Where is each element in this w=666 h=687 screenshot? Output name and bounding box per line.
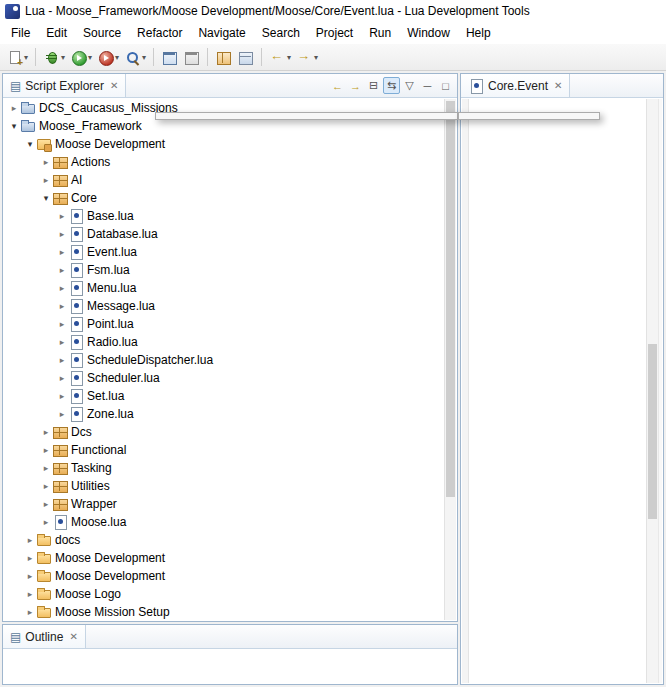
menu-refactor[interactable]: Refactor — [129, 23, 190, 43]
collapsed-arrow-icon[interactable]: ▸ — [8, 103, 20, 113]
collapsed-arrow-icon[interactable]: ▸ — [40, 517, 52, 527]
debug-button[interactable]: ▾ — [41, 46, 67, 68]
tree-item-database-lua[interactable]: ▸Database.lua — [4, 225, 444, 243]
editor-vertical-scrollbar[interactable] — [646, 99, 658, 683]
tree-item-fsm-lua[interactable]: ▸Fsm.lua — [4, 261, 444, 279]
editor-window-button[interactable] — [181, 46, 202, 68]
forward-button[interactable]: → — [347, 77, 364, 94]
tree-item-scheduler-lua[interactable]: ▸Scheduler.lua — [4, 369, 444, 387]
tab-outline[interactable]: ▤ Outline ✕ — [3, 625, 86, 648]
maximize-button[interactable]: □ — [437, 77, 454, 94]
dropdown-caret-icon[interactable]: ▾ — [142, 53, 146, 62]
menu-search[interactable]: Search — [254, 23, 308, 43]
open-perspective-button[interactable] — [159, 46, 180, 68]
collapsed-arrow-icon[interactable]: ▸ — [56, 211, 68, 221]
collapsed-arrow-icon[interactable]: ▸ — [40, 463, 52, 473]
menu-run[interactable]: Run — [361, 23, 399, 43]
tree-item-docs[interactable]: ▸docs — [4, 531, 444, 549]
tree-item-ai[interactable]: ▸AI — [4, 171, 444, 189]
run-button[interactable]: ▾ — [68, 46, 94, 68]
annotation-ruler[interactable] — [462, 99, 469, 683]
collapse-all-button[interactable]: ⊟ — [365, 77, 382, 94]
tree-item-moose-development[interactable]: ▸Moose Development — [4, 567, 444, 585]
collapsed-arrow-icon[interactable]: ▸ — [56, 301, 68, 311]
menu-window[interactable]: Window — [399, 23, 458, 43]
tree-item-core[interactable]: ▾Core — [4, 189, 444, 207]
tree-item-actions[interactable]: ▸Actions — [4, 153, 444, 171]
tree-item-tasking[interactable]: ▸Tasking — [4, 459, 444, 477]
close-icon[interactable]: ✕ — [69, 631, 77, 642]
forward-button[interactable]: ▾ — [294, 46, 320, 68]
tree-item-menu-lua[interactable]: ▸Menu.lua — [4, 279, 444, 297]
new-wizard-button[interactable]: ▾ — [4, 46, 30, 68]
tree-item-moose-logo[interactable]: ▸Moose Logo — [4, 585, 444, 603]
dropdown-caret-icon[interactable]: ▾ — [314, 53, 318, 62]
menu-project[interactable]: Project — [308, 23, 361, 43]
menu-source[interactable]: Source — [75, 23, 129, 43]
tree-item-moose-lua[interactable]: ▸Moose.lua — [4, 513, 444, 531]
minimize-button[interactable]: ─ — [419, 77, 436, 94]
collapsed-arrow-icon[interactable]: ▸ — [56, 373, 68, 383]
collapsed-arrow-icon[interactable]: ▸ — [40, 175, 52, 185]
close-icon[interactable]: ✕ — [554, 80, 562, 91]
link-with-editor-button[interactable]: ⇆ — [383, 77, 400, 94]
tree-item-dcs[interactable]: ▸Dcs — [4, 423, 444, 441]
tree-item-point-lua[interactable]: ▸Point.lua — [4, 315, 444, 333]
menu-help[interactable]: Help — [458, 23, 499, 43]
collapsed-arrow-icon[interactable]: ▸ — [24, 571, 36, 581]
dropdown-caret-icon[interactable]: ▾ — [61, 53, 65, 62]
collapsed-arrow-icon[interactable]: ▸ — [56, 247, 68, 257]
expanded-arrow-icon[interactable]: ▾ — [24, 139, 36, 149]
scrollbar-thumb[interactable] — [648, 344, 657, 519]
collapsed-arrow-icon[interactable]: ▸ — [56, 319, 68, 329]
menu-navigate[interactable]: Navigate — [190, 23, 253, 43]
collapsed-arrow-icon[interactable]: ▸ — [24, 589, 36, 599]
tree-item-moose-mission-setup[interactable]: ▸Moose Mission Setup — [4, 603, 444, 620]
collapsed-arrow-icon[interactable]: ▸ — [56, 229, 68, 239]
external-tools-button[interactable]: ▾ — [95, 46, 121, 68]
tree-item-base-lua[interactable]: ▸Base.lua — [4, 207, 444, 225]
collapsed-arrow-icon[interactable]: ▸ — [40, 427, 52, 437]
tab-core-event[interactable]: Core.Event ✕ — [461, 74, 570, 97]
collapsed-arrow-icon[interactable]: ▸ — [24, 553, 36, 563]
dropdown-caret-icon[interactable]: ▾ — [287, 53, 291, 62]
menu-file[interactable]: File — [3, 23, 38, 43]
tree-item-scheduledispatcher-lua[interactable]: ▸ScheduleDispatcher.lua — [4, 351, 444, 369]
menu-edit[interactable]: Edit — [38, 23, 75, 43]
code-lines[interactable] — [470, 101, 645, 683]
tree-item-moose-development[interactable]: ▾Moose Development — [4, 135, 444, 153]
view-menu-button[interactable]: ▽ — [401, 77, 418, 94]
tree-item-wrapper[interactable]: ▸Wrapper — [4, 495, 444, 513]
new-table-button[interactable] — [213, 46, 234, 68]
collapsed-arrow-icon[interactable]: ▸ — [40, 481, 52, 491]
tree-vertical-scrollbar[interactable] — [444, 99, 456, 620]
collapsed-arrow-icon[interactable]: ▸ — [56, 409, 68, 419]
tree-item-functional[interactable]: ▸Functional — [4, 441, 444, 459]
collapsed-arrow-icon[interactable]: ▸ — [56, 355, 68, 365]
tab-script-explorer[interactable]: ▤ Script Explorer ✕ — [3, 74, 126, 97]
collapsed-arrow-icon[interactable]: ▸ — [56, 265, 68, 275]
collapsed-arrow-icon[interactable]: ▸ — [40, 157, 52, 167]
expanded-arrow-icon[interactable]: ▾ — [8, 121, 20, 131]
back-button[interactable]: ← — [329, 77, 346, 94]
collapsed-arrow-icon[interactable]: ▸ — [24, 535, 36, 545]
collapsed-arrow-icon[interactable]: ▸ — [40, 445, 52, 455]
tree-item-moose-development[interactable]: ▸Moose Development — [4, 549, 444, 567]
tree-item-event-lua[interactable]: ▸Event.lua — [4, 243, 444, 261]
search-button[interactable]: ▾ — [122, 46, 148, 68]
close-icon[interactable]: ✕ — [110, 80, 118, 91]
collapsed-arrow-icon[interactable]: ▸ — [24, 607, 36, 617]
tree-item-radio-lua[interactable]: ▸Radio.lua — [4, 333, 444, 351]
collapsed-arrow-icon[interactable]: ▸ — [56, 391, 68, 401]
back-button[interactable]: ▾ — [267, 46, 293, 68]
dropdown-caret-icon[interactable]: ▾ — [115, 53, 119, 62]
tree-item-set-lua[interactable]: ▸Set.lua — [4, 387, 444, 405]
tree-item-utilities[interactable]: ▸Utilities — [4, 477, 444, 495]
editor-body[interactable] — [462, 99, 662, 683]
collapsed-arrow-icon[interactable]: ▸ — [56, 283, 68, 293]
scrollbar-thumb[interactable] — [446, 101, 455, 497]
dropdown-caret-icon[interactable]: ▾ — [24, 53, 28, 62]
collapsed-arrow-icon[interactable]: ▸ — [40, 499, 52, 509]
tree-item-message-lua[interactable]: ▸Message.lua — [4, 297, 444, 315]
expanded-arrow-icon[interactable]: ▾ — [40, 193, 52, 203]
